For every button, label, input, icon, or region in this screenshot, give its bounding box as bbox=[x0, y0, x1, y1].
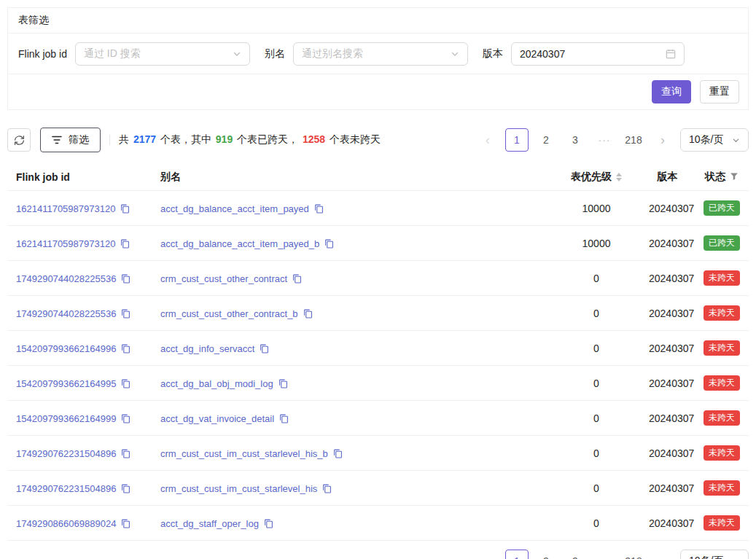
copy-icon[interactable] bbox=[121, 274, 130, 284]
pagination-page-2[interactable]: 2 bbox=[534, 128, 558, 152]
filter-funnel-icon[interactable] bbox=[730, 172, 739, 181]
status-cell: 未跨天 bbox=[695, 401, 749, 436]
copy-icon[interactable] bbox=[121, 379, 130, 388]
status-badge: 未跨天 bbox=[704, 480, 740, 496]
version-cell: 20240307 bbox=[640, 366, 695, 401]
job-id-link[interactable]: 1542097993662164999 bbox=[16, 413, 116, 424]
copy-icon[interactable] bbox=[120, 239, 130, 249]
copy-icon[interactable] bbox=[264, 519, 273, 528]
col-header-priority: 表优先级 bbox=[553, 164, 640, 191]
summary-text: 个表已跨天， bbox=[234, 133, 301, 145]
page-size-select[interactable]: 10条/页 bbox=[680, 128, 749, 152]
pagination-page-218[interactable]: 218 bbox=[622, 550, 645, 559]
status-cell: 未跨天 bbox=[695, 296, 749, 331]
copy-icon[interactable] bbox=[279, 414, 289, 423]
version-cell: 20240307 bbox=[640, 401, 695, 436]
alias-link[interactable]: crm_cust_cust_im_cust_starlevel_his bbox=[160, 483, 317, 494]
job-id-link[interactable]: 1542097993662164995 bbox=[16, 378, 116, 389]
status-badge: 未跨天 bbox=[704, 305, 740, 321]
copy-icon[interactable] bbox=[333, 449, 343, 458]
table-row: 1749290866069889024 acct_dg_staff_oper_l… bbox=[7, 506, 749, 541]
version-cell: 20240307 bbox=[640, 191, 695, 226]
copy-icon[interactable] bbox=[322, 484, 332, 493]
tables-table: Flink job id 别名 表优先级 版本 状态 1621411705987… bbox=[7, 164, 749, 541]
alias-cell: crm_cust_cust_im_cust_starlevel_his_b bbox=[152, 436, 553, 471]
alias-link[interactable]: acct_dg_info_servacct bbox=[160, 343, 254, 354]
alias-placeholder: 通过别名搜索 bbox=[302, 47, 363, 60]
copy-icon[interactable] bbox=[292, 274, 302, 284]
filter-card-title: 表筛选 bbox=[8, 8, 748, 34]
alias-link[interactable]: acct_dg_balance_acct_item_payed_b bbox=[160, 238, 319, 249]
job-id-link[interactable]: 1749290744028225536 bbox=[16, 308, 116, 319]
status-badge: 未跨天 bbox=[704, 375, 740, 391]
pagination-next-icon[interactable]: › bbox=[651, 550, 674, 559]
pagination-page-1[interactable]: 1 bbox=[505, 128, 529, 152]
pagination-page-1[interactable]: 1 bbox=[505, 550, 529, 559]
copy-icon[interactable] bbox=[121, 449, 130, 458]
job-id-cell: 1749290744028225536 bbox=[7, 261, 152, 296]
job-id-cell: 1542097993662164996 bbox=[7, 331, 152, 366]
job-id-link[interactable]: 1749290762231504896 bbox=[16, 483, 116, 494]
alias-link[interactable]: crm_cust_cust_other_contract bbox=[160, 273, 287, 284]
alias-link[interactable]: acct_dg_staff_oper_log bbox=[160, 518, 259, 529]
alias-link[interactable]: crm_cust_cust_im_cust_starlevel_his_b bbox=[160, 448, 328, 459]
status-cell: 未跨天 bbox=[695, 261, 749, 296]
alias-link[interactable]: acct_dg_vat_invoice_detail bbox=[160, 413, 274, 424]
sort-icon[interactable] bbox=[616, 173, 622, 181]
alias-cell: crm_cust_cust_other_contract_b bbox=[152, 296, 553, 331]
job-id-link[interactable]: 1749290744028225536 bbox=[16, 273, 116, 284]
reset-button[interactable]: 重置 bbox=[700, 80, 739, 103]
job-id-link[interactable]: 1749290762231504896 bbox=[16, 448, 116, 459]
pagination-prev-icon[interactable]: ‹ bbox=[476, 128, 499, 152]
table-row: 1621411705987973120 acct_dg_balance_acct… bbox=[7, 226, 749, 261]
pagination-page-218[interactable]: 218 bbox=[622, 128, 645, 152]
table-row: 1542097993662164995 acct_dg_bal_obj_modi… bbox=[7, 366, 749, 401]
table-toolbar: 筛选 共 2177 个表，其中 919 个表已跨天， 1258 个表未跨天 ‹1… bbox=[7, 128, 749, 152]
alias-link[interactable]: acct_dg_bal_obj_modi_log bbox=[160, 378, 273, 389]
alias-link[interactable]: acct_dg_balance_acct_item_payed bbox=[160, 203, 309, 214]
copy-icon[interactable] bbox=[121, 309, 130, 318]
job-id-cell: 1621411705987973120 bbox=[7, 226, 152, 261]
chevron-down-icon bbox=[451, 50, 459, 58]
query-button[interactable]: 查询 bbox=[652, 80, 691, 103]
copy-icon[interactable] bbox=[121, 484, 130, 493]
job-id-cell: 1749290744028225536 bbox=[7, 296, 152, 331]
copy-icon[interactable] bbox=[121, 519, 130, 528]
copy-icon[interactable] bbox=[303, 309, 313, 318]
copy-icon[interactable] bbox=[120, 204, 130, 214]
pagination-page-3[interactable]: 3 bbox=[564, 128, 587, 152]
job-id-link[interactable]: 1542097993662164996 bbox=[16, 343, 116, 354]
total-count: 2177 bbox=[133, 133, 156, 145]
copy-icon[interactable] bbox=[260, 344, 269, 353]
table-row: 1542097993662164999 acct_dg_vat_invoice_… bbox=[7, 401, 749, 436]
copy-icon[interactable] bbox=[314, 204, 324, 214]
filter-actions-row: 查询 重置 bbox=[8, 74, 748, 109]
flink-job-id-select[interactable]: 通过 ID 搜索 bbox=[75, 42, 250, 66]
table-body: 1621411705987973120 acct_dg_balance_acct… bbox=[7, 191, 749, 541]
priority-cell: 0 bbox=[553, 401, 640, 436]
version-date-input[interactable] bbox=[520, 48, 666, 60]
refresh-button[interactable] bbox=[7, 128, 31, 152]
pagination-prev-icon[interactable]: ‹ bbox=[476, 550, 499, 559]
job-id-link[interactable]: 1749290866069889024 bbox=[16, 518, 116, 529]
job-id-link[interactable]: 1621411705987973120 bbox=[16, 203, 115, 214]
job-id-link[interactable]: 1621411705987973120 bbox=[16, 238, 115, 249]
status-badge: 已跨天 bbox=[704, 200, 740, 216]
version-date-picker[interactable] bbox=[511, 42, 685, 66]
alias-link[interactable]: crm_cust_cust_other_contract_b bbox=[160, 308, 298, 319]
copy-icon[interactable] bbox=[121, 344, 130, 353]
copy-icon[interactable] bbox=[324, 239, 334, 249]
copy-icon[interactable] bbox=[121, 414, 130, 423]
alias-select[interactable]: 通过别名搜索 bbox=[293, 42, 468, 66]
table-summary: 共 2177 个表，其中 919 个表已跨天， 1258 个表未跨天 bbox=[119, 133, 381, 146]
job-id-cell: 1749290762231504896 bbox=[7, 436, 152, 471]
pagination-page-3[interactable]: 3 bbox=[564, 550, 587, 559]
page-size-value: 10条/页 bbox=[689, 555, 723, 559]
job-id-cell: 1542097993662164995 bbox=[7, 366, 152, 401]
pagination-next-icon[interactable]: › bbox=[651, 128, 674, 152]
job-id-cell: 1542097993662164999 bbox=[7, 401, 152, 436]
page-size-select[interactable]: 10条/页 bbox=[680, 550, 749, 559]
pagination-page-2[interactable]: 2 bbox=[534, 550, 558, 559]
filter-button[interactable]: 筛选 bbox=[40, 128, 101, 152]
copy-icon[interactable] bbox=[278, 379, 288, 388]
